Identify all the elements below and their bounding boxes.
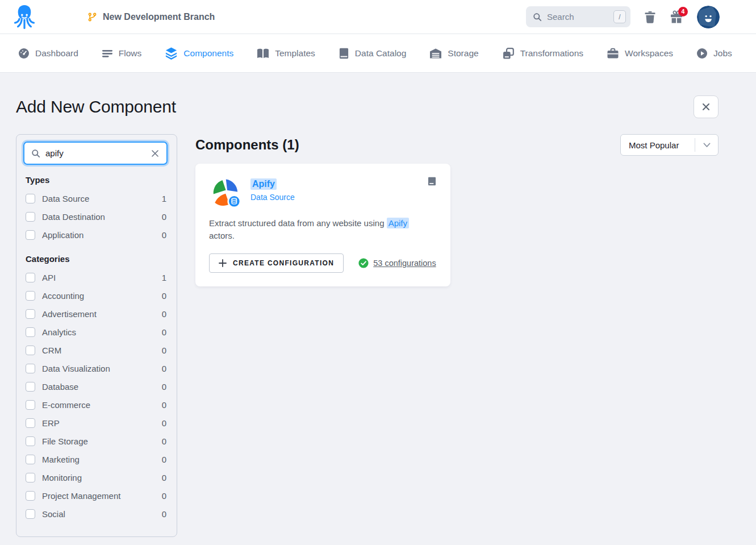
nav-item-workspaces[interactable]: Workspaces xyxy=(607,48,673,59)
checkbox-marketing[interactable] xyxy=(26,455,35,464)
flows-icon xyxy=(102,48,113,59)
page-title: Add New Component xyxy=(16,97,176,117)
success-check-icon xyxy=(358,258,369,268)
filter-row-analytics[interactable]: Analytics 0 xyxy=(23,323,168,341)
checkbox-crm[interactable] xyxy=(26,346,35,355)
component-card-apify: Apify Data Source Extract structured dat… xyxy=(195,164,450,286)
filter-row-e-commerce[interactable]: E-commerce 0 xyxy=(23,396,168,414)
search-icon xyxy=(533,13,542,22)
nav-item-flows[interactable]: Flows xyxy=(102,48,141,59)
filter-search[interactable] xyxy=(23,142,168,165)
checkbox-project-management[interactable] xyxy=(26,491,35,501)
checkbox-data-visualization[interactable] xyxy=(26,364,35,373)
nav-item-storage[interactable]: Storage xyxy=(429,48,478,59)
results-heading: Components (1) xyxy=(195,137,299,153)
nav-label: Jobs xyxy=(713,48,732,59)
checkbox-file-storage[interactable] xyxy=(26,436,35,446)
filter-row-advertisement[interactable]: Advertisement 0 xyxy=(23,305,168,323)
nav-item-components[interactable]: Components xyxy=(165,47,233,60)
filter-row-social[interactable]: Social 0 xyxy=(23,505,168,523)
filter-count: 0 xyxy=(162,327,166,337)
filter-row-file-storage[interactable]: File Storage 0 xyxy=(23,432,168,450)
documentation-button[interactable] xyxy=(427,176,437,188)
filter-row-project-management[interactable]: Project Management 0 xyxy=(23,486,168,505)
checkbox-advertisement[interactable] xyxy=(26,309,35,319)
create-configuration-button[interactable]: CREATE CONFIGURATION xyxy=(209,253,344,273)
filter-count: 0 xyxy=(162,212,166,222)
checkbox-data-destination[interactable] xyxy=(26,212,35,222)
nav-label: Data Catalog xyxy=(355,48,406,59)
nav-label: Flows xyxy=(119,48,141,59)
filter-row-accounting[interactable]: Accounting 0 xyxy=(23,286,168,305)
filter-count: 1 xyxy=(162,273,166,282)
filter-row-data-destination[interactable]: Data Destination 0 xyxy=(23,207,168,226)
apify-logo xyxy=(209,176,241,208)
filter-count: 0 xyxy=(162,382,166,392)
filter-search-input[interactable] xyxy=(45,148,145,158)
filters-panel: Types Data Source 1 Data Destination 0 A… xyxy=(16,134,177,537)
filter-row-api[interactable]: API 1 xyxy=(23,268,168,286)
nav-item-data-catalog[interactable]: Data Catalog xyxy=(339,48,406,59)
trash-button[interactable] xyxy=(644,10,656,24)
global-search[interactable]: / xyxy=(526,6,630,27)
filter-label: Database xyxy=(42,382,155,392)
checkbox-database[interactable] xyxy=(26,382,35,392)
checkbox-analytics[interactable] xyxy=(26,327,35,337)
nav-label: Templates xyxy=(275,48,315,59)
filter-section-heading: Types xyxy=(26,175,165,185)
keboola-octopus-logo[interactable] xyxy=(14,4,35,30)
filter-label: Marketing xyxy=(42,455,155,464)
description-highlight: Apify xyxy=(387,218,409,228)
branch-selector[interactable]: New Development Branch xyxy=(87,12,215,22)
global-search-input[interactable] xyxy=(547,12,608,22)
configurations-link[interactable]: 53 configurations xyxy=(373,259,436,268)
filter-label: E-commerce xyxy=(42,400,155,410)
filter-label: Analytics xyxy=(42,327,155,337)
whats-new-button[interactable]: 4 xyxy=(670,10,683,24)
search-icon xyxy=(31,149,40,158)
description-text: actors. xyxy=(209,231,235,240)
clear-icon xyxy=(152,150,158,157)
nav-label: Storage xyxy=(448,48,478,59)
filter-label: API xyxy=(42,273,155,282)
checkbox-monitoring[interactable] xyxy=(26,473,35,482)
create-configuration-label: CREATE CONFIGURATION xyxy=(233,259,334,267)
filter-label: Data Visualization xyxy=(42,364,155,373)
filter-row-database[interactable]: Database 0 xyxy=(23,377,168,396)
filter-label: Data Destination xyxy=(42,212,155,222)
checkbox-erp[interactable] xyxy=(26,418,35,428)
main-navigation: Dashboard Flows Components Templates xyxy=(0,34,756,73)
checkbox-e-commerce[interactable] xyxy=(26,400,35,410)
transformations-icon xyxy=(502,47,515,60)
filter-count: 0 xyxy=(162,400,166,410)
filter-count: 0 xyxy=(162,346,166,355)
add-component-page: Add New Component Types xyxy=(0,73,756,537)
filter-row-data-visualization[interactable]: Data Visualization 0 xyxy=(23,359,168,377)
filter-row-data-source[interactable]: Data Source 1 xyxy=(23,189,168,207)
checkbox-application[interactable] xyxy=(26,230,35,240)
checkbox-accounting[interactable] xyxy=(26,291,35,301)
top-header: New Development Branch / xyxy=(0,0,756,34)
clear-search-button[interactable] xyxy=(151,149,160,158)
filter-row-marketing[interactable]: Marketing 0 xyxy=(23,450,168,468)
checkbox-social[interactable] xyxy=(26,509,35,519)
nav-item-jobs[interactable]: Jobs xyxy=(696,48,732,59)
nav-label: Workspaces xyxy=(625,48,673,59)
sort-dropdown[interactable]: Most Popular xyxy=(620,134,719,156)
filter-row-monitoring[interactable]: Monitoring 0 xyxy=(23,468,168,486)
filter-row-erp[interactable]: ERP 0 xyxy=(23,414,168,432)
avatar-image xyxy=(697,6,720,28)
component-title-link[interactable]: Apify xyxy=(250,178,277,190)
dashboard-icon xyxy=(18,48,30,59)
close-button[interactable] xyxy=(694,95,719,118)
checkbox-api[interactable] xyxy=(26,273,35,282)
nav-item-transformations[interactable]: Transformations xyxy=(502,47,583,60)
user-avatar[interactable] xyxy=(697,6,720,28)
nav-item-dashboard[interactable]: Dashboard xyxy=(18,48,78,59)
filter-row-application[interactable]: Application 0 xyxy=(23,226,168,244)
checkbox-data-source[interactable] xyxy=(26,194,35,203)
filter-row-crm[interactable]: CRM 0 xyxy=(23,341,168,359)
filter-label: Social xyxy=(42,509,155,519)
nav-label: Transformations xyxy=(520,48,583,59)
nav-item-templates[interactable]: Templates xyxy=(257,48,315,59)
